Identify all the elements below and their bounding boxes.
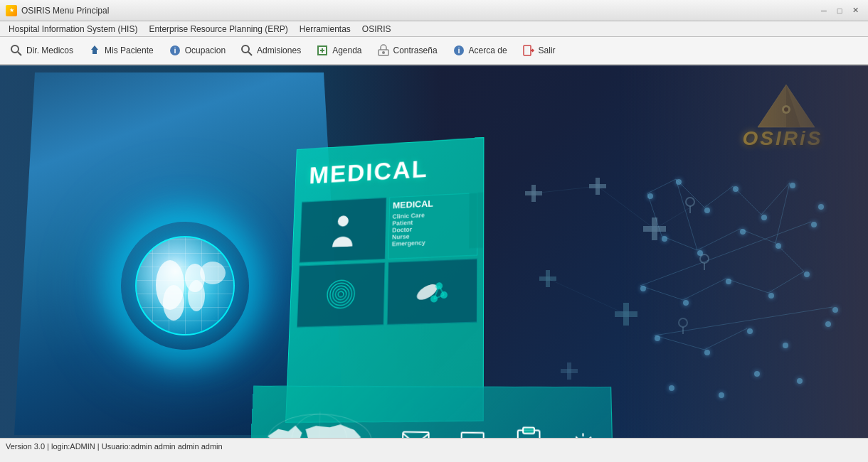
ocupacion-button[interactable]: i Ocupacion [162,41,232,60]
connection-line [733,186,761,215]
world-map-panel [263,411,375,438]
svg-line-70 [534,186,598,193]
settings-panel [570,431,598,438]
svg-point-4 [242,45,249,53]
svg-point-10 [382,51,385,54]
panel-grid: MEDICAL Clinic CarePatientDoctorNurseEme… [294,193,477,394]
svg-rect-63 [561,369,578,373]
svg-line-5 [248,52,252,55]
exit-icon [522,43,536,58]
agenda-button[interactable]: Agenda [309,41,368,60]
svg-point-19 [200,262,226,284]
about-icon: i [452,43,466,58]
connection-line [768,272,804,293]
title-bar-left: ★ OSIRIS Menu Principal [6,5,109,16]
toolbar: Dir. Medicos Mis Paciente i Ocupacion Ad… [0,37,868,65]
menu-osiris[interactable]: OSIRIS [356,23,397,36]
globe-continents [138,239,235,335]
email-panel [401,431,430,438]
title-bar-controls: ─ □ ✕ [817,5,862,16]
connection-line [740,229,776,243]
world-map-svg [263,411,375,438]
mis-paciente-label: Mis Paciente [105,45,154,55]
panel-cell-fingerprint [297,262,386,328]
svg-rect-34 [483,215,484,223]
clipboard-panel [515,426,541,438]
acerca-de-label: Acerca de [469,45,507,55]
close-button[interactable]: ✕ [848,5,862,16]
salir-button[interactable]: Salir [515,41,562,60]
admisiones-label: Admisiones [257,45,301,55]
agenda-label: Agenda [332,45,361,55]
app-icon: ★ [6,5,17,16]
dir-medicos-button[interactable]: Dir. Medicos [3,41,80,60]
svg-point-18 [188,280,205,311]
salir-label: Salir [539,45,556,55]
globe-glow [121,222,249,350]
menu-erp[interactable]: Enterprise Resource Planning (ERP) [143,23,293,36]
title-bar: ★ OSIRIS Menu Principal ─ □ ✕ [0,0,868,21]
svg-point-22 [335,289,346,300]
menu-his[interactable]: Hospital Information System (HIS) [3,23,143,36]
globe-inner [135,236,235,335]
ocupacion-label: Ocupacion [185,45,226,55]
contrasena-button[interactable]: Contraseña [370,41,444,60]
admisiones-button[interactable]: Admisiones [233,41,307,60]
panel-main: MEDICAL MEDICAL Clinic CarePatientDoctor… [285,137,484,423]
svg-point-16 [163,285,184,321]
dir-medicos-label: Dir. Medicos [26,45,73,55]
mis-paciente-button[interactable]: Mis Paciente [81,41,160,60]
svg-point-29 [430,295,438,302]
connection-line [726,279,768,293]
admisiones-icon [240,43,254,58]
connection-line [776,243,804,272]
medical-subtext: MEDICAL [393,198,433,210]
svg-point-21 [338,291,344,297]
patient-icon [88,43,102,58]
status-text: Version 3.0 | login:ADMIN | Usuario:admi… [6,442,223,451]
cross-panel [469,190,484,248]
svg-rect-43 [523,427,534,434]
panel-cell-person [300,198,387,263]
search-icon [9,43,23,58]
panel-cell-medical-text: MEDICAL Clinic CarePatientDoctorNurseEme… [388,193,478,259]
password-icon [376,43,391,58]
svg-point-20 [338,215,349,227]
svg-point-0 [11,45,18,53]
contrasena-label: Contraseña [393,45,438,55]
svg-line-72 [548,279,626,314]
svg-text:i: i [174,46,176,55]
laptop-panel [457,431,487,438]
acerca-de-button[interactable]: i Acerca de [445,41,514,60]
window-title: OSIRIS Menu Principal [21,6,109,16]
svg-rect-13 [524,45,531,55]
minimize-button[interactable]: ─ [817,5,831,16]
menu-bar: Hospital Information System (HIS) Enterp… [0,21,868,37]
svg-line-73 [655,208,690,229]
status-bar: Version 3.0 | login:ADMIN | Usuario:admi… [0,438,868,453]
svg-line-1 [18,52,21,55]
main-content: MEDICAL MEDICAL Clinic CarePatientDoctor… [0,65,868,438]
svg-point-66 [700,254,709,263]
svg-point-68 [679,318,687,327]
maximize-button[interactable]: □ [832,5,847,16]
info-icon: i [168,43,182,58]
connection-line [761,183,790,215]
svg-line-71 [598,186,655,229]
medical-crosses-svg [512,172,726,421]
svg-text:i: i [457,46,460,55]
add-icon [315,43,329,58]
panel-cell-molecule [387,258,478,325]
svg-rect-40 [462,433,484,438]
svg-point-64 [686,198,694,206]
medical-text-large: MEDICAL [309,155,428,190]
menu-herramientas[interactable]: Herramientas [294,23,356,36]
svg-point-25 [327,280,354,308]
